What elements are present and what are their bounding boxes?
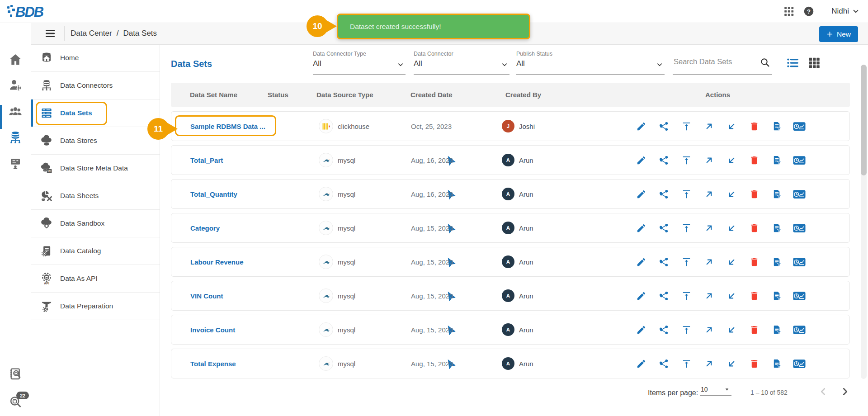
- share-button[interactable]: [652, 219, 675, 237]
- data-prep-doc-button[interactable]: [765, 253, 788, 271]
- dataset-name-link[interactable]: Total_Quantity: [190, 180, 237, 208]
- data-prep-doc-button[interactable]: [765, 185, 788, 203]
- table-row[interactable]: Sample RDBMS Data ...clickhouseOct, 25, …: [171, 111, 850, 141]
- publish-button[interactable]: [675, 321, 698, 339]
- rail-item-user-groups[interactable]: [8, 104, 23, 119]
- bdb-logo[interactable]: BDB: [6, 3, 65, 20]
- publish-button[interactable]: [675, 219, 698, 237]
- share-button[interactable]: [652, 355, 675, 373]
- share-button[interactable]: [652, 287, 675, 305]
- open-up-right-button[interactable]: [698, 219, 720, 237]
- data-prep-doc-button[interactable]: [765, 355, 788, 373]
- usage-monitor-button[interactable]: [788, 287, 811, 305]
- edit-button[interactable]: [630, 287, 652, 305]
- edit-button[interactable]: [630, 185, 652, 203]
- publish-button[interactable]: [675, 287, 698, 305]
- pull-down-left-button[interactable]: [720, 321, 743, 339]
- breadcrumb-data-center[interactable]: Data Center: [71, 29, 112, 38]
- search-icon[interactable]: [760, 57, 770, 68]
- dataset-name-link[interactable]: Sample RDBMS Data ...: [190, 112, 265, 141]
- usage-monitor-button[interactable]: [788, 117, 811, 135]
- dataset-name-link[interactable]: VIN Count: [190, 281, 223, 310]
- pull-down-left-button[interactable]: [720, 219, 743, 237]
- usage-monitor-button[interactable]: [788, 219, 811, 237]
- filter-data-connector[interactable]: Data ConnectorAll: [414, 51, 509, 75]
- sidebar-item-data-sheets[interactable]: Data Sheets: [31, 182, 160, 210]
- publish-button[interactable]: [675, 253, 698, 271]
- pull-down-left-button[interactable]: [720, 355, 743, 373]
- data-prep-doc-button[interactable]: [765, 321, 788, 339]
- rail-item-data-center[interactable]: [8, 130, 23, 145]
- hamburger-menu-icon[interactable]: [44, 28, 56, 39]
- grid-view-toggle[interactable]: [807, 56, 821, 70]
- items-per-page-select[interactable]: 10: [700, 383, 731, 396]
- share-button[interactable]: [652, 321, 675, 339]
- data-prep-doc-button[interactable]: [765, 151, 788, 169]
- data-prep-doc-button[interactable]: [765, 287, 788, 305]
- usage-monitor-button[interactable]: [788, 253, 811, 271]
- usage-monitor-button[interactable]: [788, 151, 811, 169]
- table-row[interactable]: VIN CountmysqlAug, 15, 2023AArun: [171, 281, 850, 311]
- sidebar-item-data-connectors[interactable]: Data Connectors: [31, 72, 160, 99]
- edit-button[interactable]: [630, 253, 652, 271]
- new-button[interactable]: New: [819, 26, 858, 42]
- data-prep-doc-button[interactable]: [765, 219, 788, 237]
- dataset-name-link[interactable]: Labour Revenue: [190, 247, 244, 276]
- breadcrumb-data-sets[interactable]: Data Sets: [123, 29, 157, 38]
- previous-page-button[interactable]: [817, 386, 829, 397]
- edit-button[interactable]: [630, 219, 652, 237]
- open-up-right-button[interactable]: [698, 355, 720, 373]
- filter-publish-status[interactable]: Publish StatusAll: [516, 51, 665, 75]
- pull-down-left-button[interactable]: [720, 117, 743, 135]
- open-up-right-button[interactable]: [698, 117, 720, 135]
- edit-button[interactable]: [630, 117, 652, 135]
- usage-monitor-button[interactable]: [788, 321, 811, 339]
- rail-item-user-settings[interactable]: [8, 78, 23, 92]
- pull-down-left-button[interactable]: [720, 151, 743, 169]
- delete-button[interactable]: [743, 219, 765, 237]
- edit-button[interactable]: [630, 151, 652, 169]
- edit-button[interactable]: [630, 321, 652, 339]
- sidebar-item-data-catalog[interactable]: Data Catalog: [31, 237, 160, 265]
- rail-item-training[interactable]: [8, 156, 23, 171]
- publish-button[interactable]: [675, 355, 698, 373]
- delete-button[interactable]: [743, 253, 765, 271]
- sidebar-item-data-sandbox[interactable]: Data Sandbox: [31, 210, 160, 237]
- sidebar-item-data-stores[interactable]: Data Stores: [31, 127, 160, 155]
- dataset-name-link[interactable]: Total_Part: [190, 146, 223, 175]
- open-up-right-button[interactable]: [698, 151, 720, 169]
- apps-grid-icon[interactable]: [783, 5, 795, 17]
- delete-button[interactable]: [743, 287, 765, 305]
- sidebar-item-data-preparation[interactable]: Data Preparation: [31, 293, 160, 320]
- publish-button[interactable]: [675, 185, 698, 203]
- share-button[interactable]: [652, 117, 675, 135]
- usage-monitor-button[interactable]: [788, 355, 811, 373]
- share-button[interactable]: [652, 151, 675, 169]
- next-page-button[interactable]: [839, 386, 851, 397]
- delete-button[interactable]: [743, 321, 765, 339]
- publish-button[interactable]: [675, 151, 698, 169]
- sidebar-item-home[interactable]: Home: [31, 44, 160, 72]
- rail-item-data-catalog-search[interactable]: [8, 367, 23, 381]
- list-view-toggle[interactable]: [786, 56, 799, 70]
- dataset-name-link[interactable]: Category: [190, 213, 220, 242]
- sidebar-item-data-sets[interactable]: Data Sets: [31, 99, 160, 127]
- table-row[interactable]: Invoice CountmysqlAug, 15, 2023AArun: [171, 315, 850, 345]
- rail-item-home[interactable]: [8, 52, 23, 67]
- edit-button[interactable]: [630, 355, 652, 373]
- delete-button[interactable]: [743, 117, 765, 135]
- help-icon[interactable]: ?: [803, 5, 815, 17]
- open-up-right-button[interactable]: [698, 185, 720, 203]
- share-button[interactable]: [652, 185, 675, 203]
- user-menu[interactable]: Nidhi: [831, 7, 860, 16]
- sidebar-item-data-store-meta-data[interactable]: </>Data Store Meta Data: [31, 155, 160, 182]
- scrollbar-thumb[interactable]: [861, 65, 867, 175]
- pull-down-left-button[interactable]: [720, 185, 743, 203]
- delete-button[interactable]: [743, 151, 765, 169]
- usage-monitor-button[interactable]: [788, 185, 811, 203]
- dataset-name-link[interactable]: Invoice Count: [190, 315, 235, 344]
- table-row[interactable]: Total_PartmysqlAug, 16, 2023AArun: [171, 145, 850, 175]
- open-up-right-button[interactable]: [698, 253, 720, 271]
- open-up-right-button[interactable]: [698, 287, 720, 305]
- pull-down-left-button[interactable]: [720, 287, 743, 305]
